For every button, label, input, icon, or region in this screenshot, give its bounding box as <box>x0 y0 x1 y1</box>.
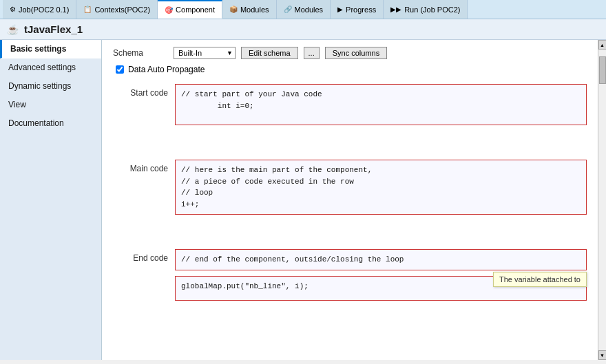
tab-modules1[interactable]: 📦 Modules <box>222 0 277 19</box>
content-area: Schema Built-In Repository ▼ Edit schema… <box>102 40 598 360</box>
sync-columns-button[interactable]: Sync columns <box>325 47 387 59</box>
end-code-section: End code // end of the component, outsid… <box>113 249 587 301</box>
schema-options-button[interactable]: ... <box>304 47 320 59</box>
tab-contexts[interactable]: 📋 Contexts(POC2) <box>76 0 158 19</box>
spacer-1 <box>113 139 587 160</box>
contexts-icon: 📋 <box>83 6 92 13</box>
title-bar: ☕ tJavaFlex_1 <box>0 19 606 40</box>
spacer-2 <box>113 228 587 249</box>
data-auto-propagate-label: Data Auto Propagate <box>128 65 205 74</box>
main-code-label: Main code <box>113 160 168 173</box>
tab-run[interactable]: ▶▶ Run (Job POC2) <box>384 0 468 19</box>
schema-select-wrapper: Built-In Repository ▼ <box>174 47 236 59</box>
tooltip-text: The variable attached to <box>499 275 581 283</box>
page-title: tJavaFlex_1 <box>24 23 83 35</box>
tab-component[interactable]: 🎯 Component <box>158 0 222 19</box>
tab-bar: ⚙ Job(POC2 0.1) 📋 Contexts(POC2) 🎯 Compo… <box>0 0 606 19</box>
edit-schema-button[interactable]: Edit schema <box>241 47 298 59</box>
main-code-section: Main code // here is the main part of th… <box>113 160 587 215</box>
schema-label: Schema <box>113 48 168 58</box>
end-code-comment[interactable]: // end of the component, outside/closing… <box>175 249 587 270</box>
end-code-label: End code <box>113 249 168 263</box>
modules2-icon: 🔗 <box>284 6 292 13</box>
tooltip-box: The variable attached to <box>493 272 587 287</box>
tab-progress[interactable]: ▶ Progress <box>331 0 384 19</box>
sidebar: Basic settings Advanced settings Dynamic… <box>0 40 102 360</box>
run-icon: ▶▶ <box>390 6 401 13</box>
schema-select[interactable]: Built-In Repository <box>174 47 236 59</box>
start-code-section: Start code // start part of your Java co… <box>113 84 587 125</box>
tab-job[interactable]: ⚙ Job(POC2 0.1) <box>3 0 76 19</box>
tab-modules2[interactable]: 🔗 Modules <box>277 0 331 19</box>
schema-row: Schema Built-In Repository ▼ Edit schema… <box>113 47 587 59</box>
job-icon: ⚙ <box>10 6 16 13</box>
main-code-editor[interactable]: // here is the main part of the componen… <box>175 160 587 215</box>
start-code-label: Start code <box>113 84 168 98</box>
progress-icon: ▶ <box>337 6 343 13</box>
sidebar-item-dynamic[interactable]: Dynamic settings <box>0 77 101 96</box>
sidebar-item-view[interactable]: View <box>0 96 101 114</box>
sidebar-item-basic[interactable]: Basic settings <box>0 40 101 58</box>
scrollbar-up-button[interactable]: ▲ <box>598 40 607 50</box>
sidebar-item-documentation[interactable]: Documentation <box>0 114 101 133</box>
data-auto-propagate-checkbox[interactable] <box>116 65 124 74</box>
sidebar-item-advanced[interactable]: Advanced settings <box>0 58 101 77</box>
component-type-icon: ☕ <box>7 24 19 35</box>
scrollbar-thumb[interactable] <box>599 56 606 84</box>
right-scrollbar: ▲ ▼ <box>598 40 606 360</box>
modules1-icon: 📦 <box>229 6 238 13</box>
main-layout: Basic settings Advanced settings Dynamic… <box>0 40 606 360</box>
component-icon: 🎯 <box>165 6 173 14</box>
scrollbar-track <box>598 50 606 350</box>
start-code-editor[interactable]: // start part of your Java code int i=0; <box>175 84 587 125</box>
scrollbar-down-button[interactable]: ▼ <box>598 350 607 360</box>
data-auto-propagate-row: Data Auto Propagate <box>113 65 587 74</box>
